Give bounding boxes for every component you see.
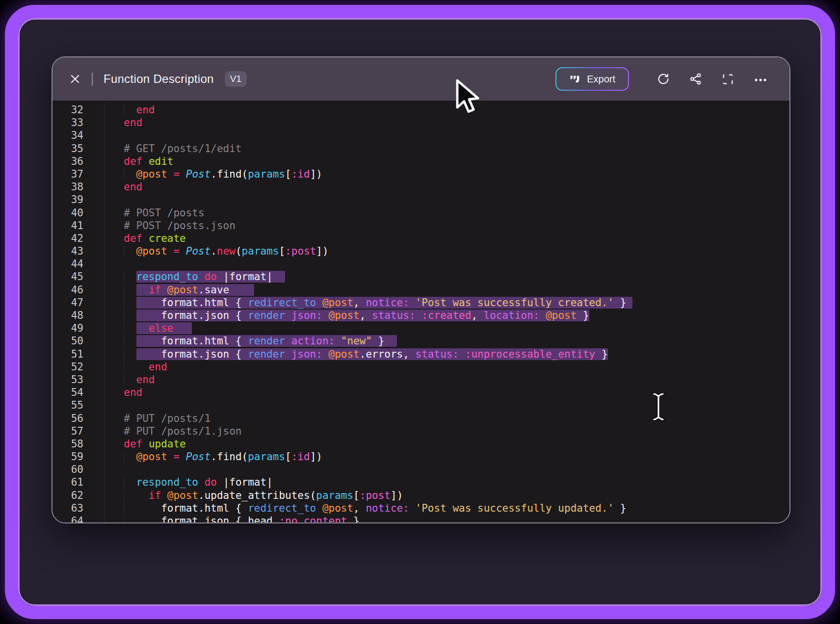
line-number: 43 [52, 245, 83, 258]
line-number: 33 [52, 116, 83, 129]
code-line: 40 # POST /posts [52, 207, 789, 219]
code-line: 33 end [52, 116, 789, 129]
code-line: 42 def create [52, 232, 789, 245]
line-number: 32 [52, 104, 83, 116]
export-button[interactable]: Export [555, 67, 629, 91]
line-number: 55 [52, 399, 83, 412]
close-button[interactable] [69, 73, 81, 85]
code-line: 47 format.html { redirect_to @post, noti… [52, 296, 789, 309]
export-logo-icon [569, 73, 581, 85]
line-number: 50 [52, 335, 83, 347]
header-right-group: Export [555, 57, 768, 101]
code-line: 54 end [52, 386, 789, 399]
more-button[interactable] [753, 72, 768, 86]
code-line: 56 # PUT /posts/1 [52, 412, 789, 425]
code-line: 49 else [52, 322, 789, 335]
more-icon [753, 72, 768, 86]
code-line: 55 [52, 399, 789, 412]
export-label: Export [587, 74, 615, 85]
code-line: 62 if @post.update_attributes(params[:po… [52, 489, 789, 502]
code-line: 57 # PUT /posts/1.json [52, 425, 789, 438]
code-line: 38 end [52, 181, 789, 193]
code-line: 48 format.json { render json: @post, sta… [52, 309, 789, 322]
code-line: 58 def update [52, 438, 789, 450]
refresh-button[interactable] [656, 72, 670, 86]
line-number: 51 [52, 348, 83, 361]
code-line: 63 format.html { redirect_to @post, noti… [52, 502, 789, 515]
selected-text: format.html { render action: "new" } [136, 335, 397, 347]
line-number: 45 [52, 270, 83, 283]
window-header: Function Description V1 [52, 57, 789, 101]
code-line: 44 [52, 258, 789, 270]
code-line: 46 if @post.save [52, 284, 789, 296]
version-badge: V1 [225, 71, 247, 87]
line-number: 58 [52, 438, 83, 450]
line-number: 56 [52, 412, 83, 425]
line-number: 38 [52, 181, 83, 193]
selected-text: else [136, 322, 192, 334]
code-line: 41 # POST /posts.json [52, 219, 789, 232]
code-line: 52 end [52, 361, 789, 373]
line-number: 34 [52, 129, 83, 142]
line-number: 60 [52, 463, 83, 476]
code-line: 43 @post = Post.new(params[:post]) [52, 245, 789, 258]
code-line: 32 end [52, 104, 789, 116]
header-left-group: Function Description V1 [52, 71, 247, 87]
code-line: 64 format.json { head :no_content } [52, 515, 789, 522]
line-number: 39 [52, 193, 83, 206]
header-divider [92, 73, 93, 86]
line-number: 61 [52, 476, 83, 489]
line-number: 40 [52, 207, 83, 219]
selected-text: format.json { render json: @post, status… [136, 310, 589, 321]
code-line: 60 [52, 463, 789, 476]
line-number: 47 [52, 296, 83, 309]
line-number: 57 [52, 425, 83, 438]
line-number: 35 [52, 142, 83, 155]
fullscreen-button[interactable] [721, 73, 735, 86]
page-title: Function Description [104, 72, 214, 86]
line-number: 59 [52, 450, 83, 463]
code-line: 61 respond_to do |format| [52, 476, 789, 489]
code-line: 36 def edit [52, 155, 789, 168]
code-line: 59 @post = Post.find(params[:id]) [52, 450, 789, 463]
fullscreen-icon [721, 73, 735, 86]
code-editor[interactable]: 32 end33 end3435 # GET /posts/1/edit36 d… [52, 101, 789, 522]
code-line: 34 [52, 129, 789, 142]
code-line: 51 format.json { render json: @post.erro… [52, 348, 789, 361]
line-number: 62 [52, 489, 83, 502]
selected-text: if @post.save [136, 284, 254, 296]
share-button[interactable] [689, 72, 703, 86]
code-line: 39 [52, 193, 789, 206]
code-line: 50 format.html { render action: "new" } [52, 335, 789, 347]
close-icon [69, 73, 81, 85]
line-number: 42 [52, 232, 83, 245]
line-number: 52 [52, 361, 83, 373]
line-number: 44 [52, 258, 83, 270]
selected-text: respond_to do |format| [136, 271, 286, 283]
line-number: 48 [52, 309, 83, 322]
selected-text: format.html { redirect_to @post, notice:… [136, 297, 633, 309]
line-number: 46 [52, 284, 83, 296]
code-line: 37 @post = Post.find(params[:id]) [52, 168, 789, 181]
refresh-icon [656, 72, 670, 86]
line-number: 36 [52, 155, 83, 168]
selected-text: format.json { render json: @post.errors,… [136, 348, 608, 360]
line-number: 53 [52, 373, 83, 386]
line-number: 37 [52, 168, 83, 181]
code-line: 35 # GET /posts/1/edit [52, 142, 789, 155]
line-number: 54 [52, 386, 83, 399]
preview-window: Function Description V1 [52, 56, 790, 523]
screenshot-canvas: Function Description V1 [0, 0, 840, 624]
code-line: 53 end [52, 373, 789, 386]
line-number: 63 [52, 502, 83, 515]
line-number: 49 [52, 322, 83, 335]
code-line: 45 respond_to do |format| [52, 270, 789, 283]
line-number: 41 [52, 219, 83, 232]
share-icon [689, 72, 703, 86]
